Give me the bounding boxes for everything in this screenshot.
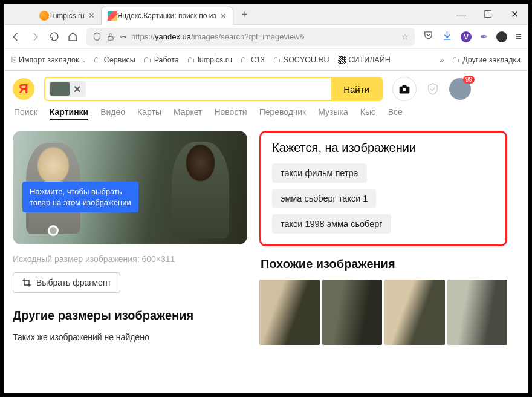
lock-icon [106, 33, 115, 41]
extension-v-icon[interactable]: V [461, 31, 472, 42]
chip-remove-icon[interactable]: ✕ [73, 84, 85, 95]
image-content [172, 142, 229, 238]
crop-button[interactable]: Выбрать фрагмент [13, 272, 120, 293]
bookmark-favicon [338, 56, 346, 64]
bookmark-folder[interactable]: 🗀C13 [241, 56, 265, 64]
tab-all[interactable]: Все [388, 107, 403, 120]
uploaded-image-preview[interactable]: Нажмите, чтобы выбрать товар на этом изо… [13, 131, 247, 244]
similar-images-grid [259, 280, 507, 345]
reload-button[interactable] [49, 31, 59, 42]
address-bar: ⊶ https://yandex.ua/images/search?rpt=im… [4, 25, 528, 49]
notification-badge: 99 [463, 76, 475, 84]
avatar[interactable]: 99 [449, 78, 471, 100]
camera-icon [398, 83, 410, 95]
similar-image-thumb[interactable] [447, 280, 508, 345]
window-close-button[interactable]: ✕ [501, 4, 528, 25]
svg-rect-0 [108, 36, 113, 40]
tab-images[interactable]: Картинки [50, 107, 88, 120]
url-input[interactable]: ⊶ https://yandex.ua/images/search?rpt=im… [86, 28, 415, 46]
bookmark-folder[interactable]: 🗀lumpics.ru [187, 56, 232, 64]
overflow-icon[interactable]: » [440, 56, 444, 64]
pocket-icon[interactable] [423, 30, 433, 43]
similar-image-thumb[interactable] [322, 280, 383, 345]
tab-video[interactable]: Видео [100, 107, 125, 120]
image-search-button[interactable] [392, 77, 417, 101]
new-tab-button[interactable]: ＋ [233, 8, 255, 21]
cbir-point-marker[interactable] [48, 225, 59, 236]
search-input[interactable] [86, 84, 331, 94]
bookmarks-bar: ⎘Импорт закладок... 🗀Сервисы 🗀Работа 🗀lu… [4, 49, 528, 71]
search-image-chip: ✕ [49, 81, 86, 97]
search-button[interactable]: Найти [331, 78, 381, 100]
favicon-yandex-images [108, 11, 117, 21]
suggested-tag[interactable]: такси 1998 эмма сьоберг [272, 214, 391, 234]
original-size-text: Исходный размер изображения: 600×311 [13, 254, 247, 264]
browser-window: Lumpics.ru ✕ Яндекс.Картинки: поиск по и… [4, 4, 528, 393]
tab-music[interactable]: Музыка [318, 107, 348, 120]
similar-images-heading: Похожие изображения [261, 257, 507, 271]
favicon-lumpics [39, 11, 49, 21]
tab-market[interactable]: Маркет [174, 107, 202, 120]
feather-icon[interactable]: ✒ [480, 31, 488, 42]
tab-news[interactable]: Новости [214, 107, 247, 120]
similar-image-thumb[interactable] [384, 280, 445, 345]
tab-title: Lumpics.ru [49, 11, 85, 20]
import-bookmarks-button[interactable]: ⎘Импорт закладок... [11, 56, 85, 64]
tab-search[interactable]: Поиск [14, 107, 37, 120]
suggested-panel: Кажется, на изображении такси фильм петр… [259, 131, 507, 246]
tab-q[interactable]: Кью [360, 107, 376, 120]
close-icon[interactable]: ✕ [88, 11, 95, 20]
tab-strip: Lumpics.ru ✕ Яндекс.Картинки: поиск по и… [4, 4, 528, 25]
chip-thumbnail [50, 82, 70, 96]
menu-icon[interactable]: ≡ [516, 31, 522, 43]
shield-icon [92, 32, 102, 41]
home-button[interactable] [68, 31, 78, 42]
similar-image-thumb[interactable] [259, 280, 320, 345]
bookmark-folder[interactable]: 🗀Работа [144, 56, 179, 64]
yandex-logo[interactable]: Я [13, 78, 34, 100]
page-content: Я ✕ Найти 99 Поиск Картинки Видео Карты [4, 71, 528, 393]
bookmark-star-icon[interactable]: ☆ [401, 32, 409, 41]
bookmark-folder[interactable]: 🗀Сервисы [94, 56, 135, 64]
other-sizes-heading: Другие размеры изображения [13, 309, 247, 323]
extension-icon[interactable] [496, 31, 507, 42]
other-sizes-message: Таких же изображений не найдено [13, 332, 247, 342]
protect-icon[interactable] [426, 81, 440, 97]
tab-maps[interactable]: Карты [137, 107, 161, 120]
search-box: ✕ Найти [44, 77, 383, 101]
svg-point-1 [403, 88, 406, 91]
back-button[interactable] [10, 31, 21, 42]
forward-button[interactable] [30, 31, 41, 42]
cbir-hint-tooltip: Нажмите, чтобы выбрать товар на этом изо… [22, 182, 138, 212]
other-bookmarks-button[interactable]: 🗀Другие закладки [452, 56, 521, 64]
window-maximize-button[interactable]: ☐ [475, 4, 501, 25]
close-icon[interactable]: ✕ [220, 11, 227, 21]
services-tabs: Поиск Картинки Видео Карты Маркет Новост… [14, 107, 519, 120]
window-minimize-button[interactable]: — [448, 4, 475, 25]
suggested-tag[interactable]: такси фильм петра [272, 163, 367, 183]
url-text: https://yandex.ua/images/search?rpt=imag… [131, 32, 305, 41]
bookmark-folder[interactable]: 🗀SOCYOU.RU [273, 56, 329, 64]
crop-icon [22, 278, 31, 287]
tab-translate[interactable]: Переводчик [259, 107, 307, 120]
suggested-title: Кажется, на изображении [272, 141, 495, 155]
permissions-icon: ⊶ [120, 33, 126, 41]
suggested-tag[interactable]: эмма сьоберг такси 1 [272, 189, 376, 208]
tab-yandex-images[interactable]: Яндекс.Картинки: поиск по из ✕ [101, 7, 233, 25]
tab-title: Яндекс.Картинки: поиск по из [117, 11, 216, 20]
download-icon[interactable] [442, 30, 452, 43]
tab-lumpics[interactable]: Lumpics.ru ✕ [33, 7, 101, 25]
bookmark-link[interactable]: СИТИЛАЙН [338, 56, 391, 64]
